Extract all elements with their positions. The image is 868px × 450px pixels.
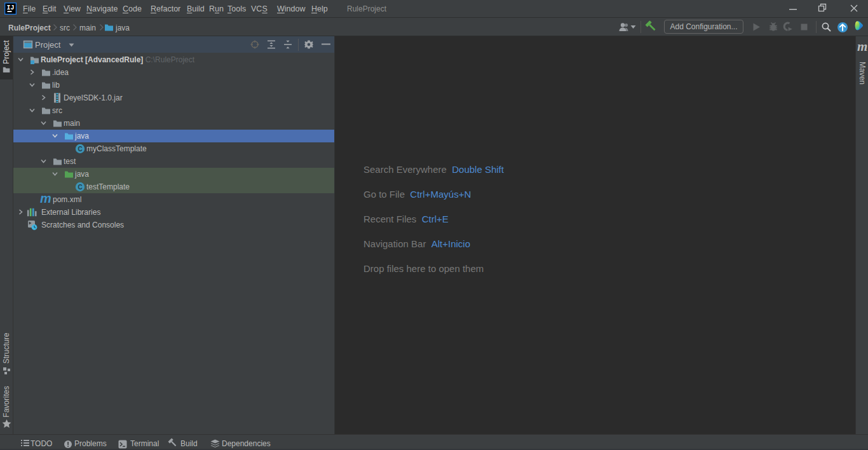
svg-text:IJ: IJ [6, 4, 14, 11]
svg-text:C: C [78, 184, 82, 191]
svg-text:C: C [78, 146, 82, 153]
